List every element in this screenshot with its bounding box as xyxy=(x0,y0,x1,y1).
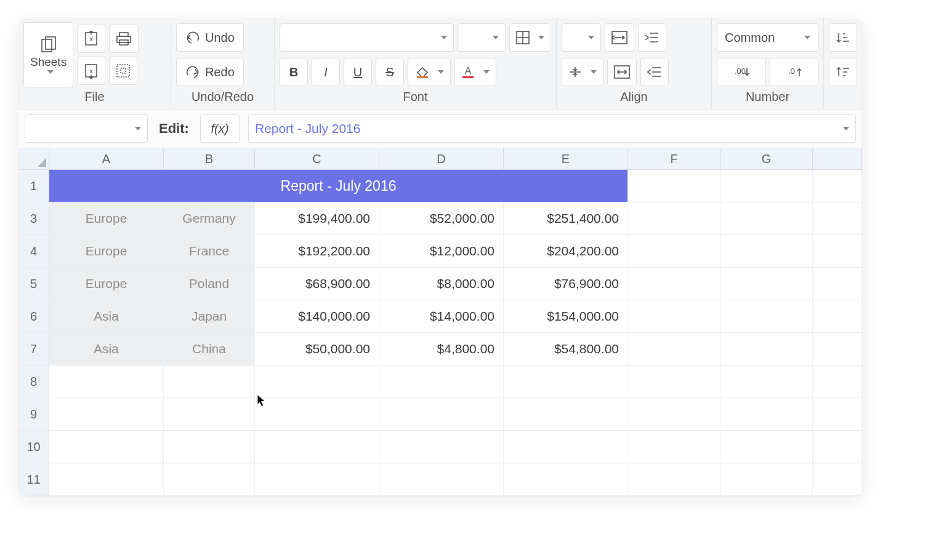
cell[interactable] xyxy=(813,235,862,267)
cell[interactable] xyxy=(813,398,862,430)
cell[interactable] xyxy=(813,431,862,463)
cell-value[interactable]: $54,800.00 xyxy=(504,333,628,365)
name-box[interactable] xyxy=(25,114,148,143)
row-header[interactable]: 10 xyxy=(18,431,49,463)
cell[interactable] xyxy=(720,170,813,202)
cell[interactable] xyxy=(164,463,255,495)
title-cell[interactable]: Report - July 2016 xyxy=(49,170,628,202)
col-header-extra[interactable] xyxy=(813,148,862,169)
cell-region[interactable]: Europe xyxy=(49,235,164,267)
row-header[interactable]: 5 xyxy=(18,268,49,300)
cell-value[interactable]: $12,000.00 xyxy=(379,235,504,267)
borders-button[interactable] xyxy=(509,23,551,52)
cell[interactable] xyxy=(504,366,628,398)
select-all-button[interactable] xyxy=(109,57,137,85)
cell-value[interactable]: $192,200.00 xyxy=(255,235,379,267)
cell[interactable] xyxy=(720,431,813,463)
cell[interactable] xyxy=(628,235,720,267)
cell-region[interactable]: Asia xyxy=(49,333,164,365)
cell-value[interactable]: $199,400.00 xyxy=(255,202,379,234)
cell[interactable] xyxy=(813,300,862,332)
cell[interactable] xyxy=(504,398,628,430)
row-header[interactable]: 8 xyxy=(18,366,49,398)
cell[interactable] xyxy=(255,366,379,398)
merge-cells-button[interactable] xyxy=(607,58,637,86)
cell[interactable] xyxy=(813,463,862,495)
redo-button[interactable]: Redo xyxy=(176,58,244,86)
cell[interactable] xyxy=(628,268,720,300)
cell[interactable] xyxy=(379,431,504,463)
horizontal-align-select[interactable] xyxy=(562,23,601,52)
cell-value[interactable]: $251,400.00 xyxy=(504,202,628,234)
cell[interactable] xyxy=(720,268,813,300)
cell-value[interactable]: $52,000.00 xyxy=(379,202,504,234)
cell[interactable] xyxy=(720,366,813,398)
cell[interactable] xyxy=(813,170,862,202)
underline-button[interactable]: U xyxy=(344,58,372,86)
sheets-button[interactable]: Sheets xyxy=(23,22,73,87)
cell[interactable] xyxy=(628,463,720,495)
sort-asc-button[interactable] xyxy=(829,23,857,52)
import-excel-button[interactable]: x xyxy=(77,25,105,53)
export-excel-button[interactable]: x xyxy=(77,57,105,85)
italic-button[interactable]: I xyxy=(312,58,340,86)
cell[interactable] xyxy=(720,463,813,495)
cell-region[interactable]: Asia xyxy=(49,300,164,332)
increase-indent-button[interactable] xyxy=(638,23,666,52)
cell[interactable] xyxy=(720,300,813,332)
cell[interactable] xyxy=(255,463,379,495)
cell[interactable] xyxy=(813,202,862,234)
decrease-indent-button[interactable] xyxy=(640,58,669,86)
cell-country[interactable]: Poland xyxy=(164,268,255,300)
cell[interactable] xyxy=(49,366,164,398)
cell-value[interactable]: $140,000.00 xyxy=(255,300,379,332)
cell[interactable] xyxy=(628,431,720,463)
row-header[interactable]: 6 xyxy=(18,300,49,332)
vertical-align-button[interactable] xyxy=(562,58,603,86)
row-header[interactable]: 7 xyxy=(18,333,49,365)
cell-value[interactable]: $4,800.00 xyxy=(379,333,504,365)
select-all-corner[interactable] xyxy=(18,148,49,169)
col-header-F[interactable]: F xyxy=(628,148,720,169)
cell[interactable] xyxy=(164,398,255,430)
cell[interactable] xyxy=(813,268,862,300)
col-header-C[interactable]: C xyxy=(255,148,379,169)
cell-value[interactable]: $8,000.00 xyxy=(379,268,504,300)
col-header-B[interactable]: B xyxy=(164,148,255,169)
cell-country[interactable]: Japan xyxy=(164,300,255,332)
undo-button[interactable]: Undo xyxy=(176,23,244,52)
font-size-select[interactable] xyxy=(458,23,506,52)
cell-value[interactable]: $50,000.00 xyxy=(255,333,379,365)
cell-region[interactable]: Europe xyxy=(49,268,164,300)
cell[interactable] xyxy=(379,398,504,430)
cell[interactable] xyxy=(628,333,720,365)
cell-value[interactable]: $14,000.00 xyxy=(379,300,504,332)
print-button[interactable] xyxy=(109,25,139,53)
cell[interactable] xyxy=(49,463,164,495)
cell-value[interactable]: $154,000.00 xyxy=(504,300,628,332)
row-header[interactable]: 9 xyxy=(18,398,49,430)
font-color-button[interactable]: A xyxy=(454,58,496,86)
fx-button[interactable]: f(x) xyxy=(200,114,240,143)
cell[interactable] xyxy=(628,300,720,332)
cell[interactable] xyxy=(379,463,504,495)
cell[interactable] xyxy=(49,398,164,430)
cell-country[interactable]: France xyxy=(164,235,255,267)
formula-input[interactable]: Report - July 2016 xyxy=(248,114,856,143)
cell[interactable] xyxy=(813,366,862,398)
cell[interactable] xyxy=(628,398,720,430)
cell[interactable] xyxy=(720,235,813,267)
cell-value[interactable]: $76,900.00 xyxy=(504,268,628,300)
cell-value[interactable]: $68,900.00 xyxy=(255,268,379,300)
cell[interactable] xyxy=(164,431,255,463)
cell[interactable] xyxy=(49,431,164,463)
cell[interactable] xyxy=(628,170,720,202)
row-header[interactable]: 11 xyxy=(18,463,49,495)
cell[interactable] xyxy=(628,202,720,234)
row-header[interactable]: 3 xyxy=(18,202,49,234)
col-header-G[interactable]: G xyxy=(720,148,813,169)
cell[interactable] xyxy=(813,333,862,365)
strike-button[interactable]: S xyxy=(376,58,404,86)
bold-button[interactable]: B xyxy=(280,58,308,86)
wrap-text-button[interactable] xyxy=(605,23,634,52)
